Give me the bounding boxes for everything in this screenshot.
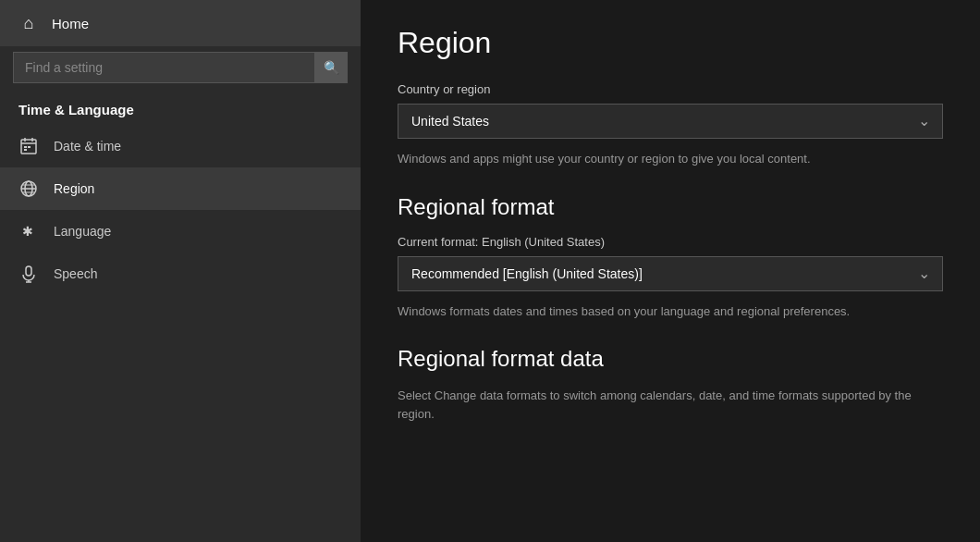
regional-format-data-description: Select Change data formats to switch amo… [398,387,943,423]
svg-rect-6 [24,149,27,151]
page-title: Region [398,26,943,60]
region-label: Region [54,181,94,196]
sidebar-item-region[interactable]: Region [0,167,361,210]
current-format-label: Current format: English (United States) [398,235,943,249]
regional-format-data-heading: Regional format data [398,346,943,372]
regional-format-description: Windows formats dates and times based on… [398,302,943,321]
sidebar-section-title: Time & Language [0,92,361,125]
main-content: Region Country or region United States W… [361,0,980,542]
country-region-dropdown-wrapper: United States [398,104,943,139]
language-icon: ✱ [18,221,39,241]
regional-format-dropdown[interactable]: Recommended [English (United States)] [398,256,943,291]
date-time-label: Date & time [54,139,121,154]
date-time-icon [18,136,39,156]
regional-format-heading: Regional format [398,194,943,220]
search-container: 🔍 [13,52,348,83]
sidebar: ⌂ Home 🔍 Time & Language Date & time [0,0,361,542]
regional-format-dropdown-wrapper: Recommended [English (United States)] [398,256,943,291]
speech-label: Speech [54,266,97,281]
sidebar-item-date-time[interactable]: Date & time [0,125,361,167]
svg-text:✱: ✱ [22,224,33,239]
region-icon [18,179,39,199]
search-icon: 🔍 [324,60,339,75]
country-region-label: Country or region [398,82,943,96]
sidebar-item-language[interactable]: ✱ Language [0,210,361,253]
home-icon: ⌂ [18,13,39,33]
svg-rect-4 [24,146,27,148]
svg-rect-13 [26,266,31,276]
svg-rect-5 [28,146,31,148]
country-region-dropdown[interactable]: United States [398,104,943,139]
search-input[interactable] [13,52,348,83]
sidebar-item-home[interactable]: ⌂ Home [0,0,361,46]
home-label: Home [52,16,89,31]
search-button[interactable]: 🔍 [314,52,348,83]
sidebar-item-speech[interactable]: Speech [0,253,361,295]
speech-icon [18,264,39,284]
language-label: Language [54,224,111,239]
country-region-description: Windows and apps might use your country … [398,150,943,168]
